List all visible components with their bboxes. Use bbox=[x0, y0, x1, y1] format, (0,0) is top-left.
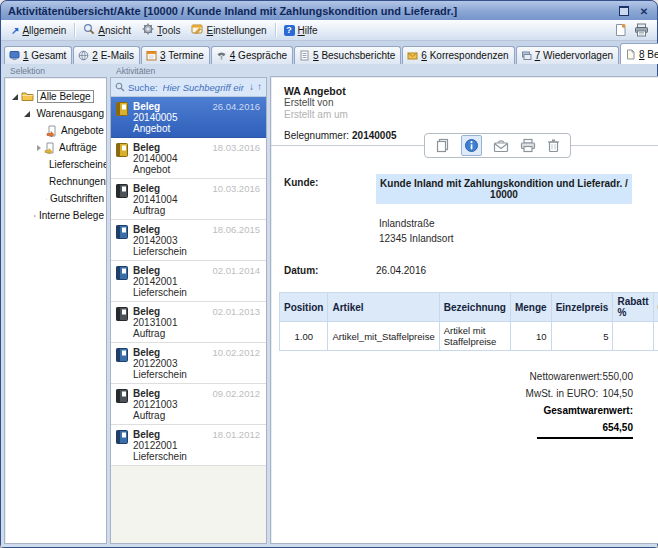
kunde-address: Inlandstraße 12345 Inlandsort bbox=[379, 216, 658, 246]
col-rabatt: Rabatt % bbox=[613, 293, 653, 322]
delete-button[interactable] bbox=[547, 138, 560, 153]
restore-button[interactable] bbox=[617, 5, 631, 17]
binder-dark-icon bbox=[116, 184, 128, 198]
phone-icon bbox=[216, 50, 227, 61]
menu-hilfe-label: Hilfe bbox=[298, 25, 318, 36]
menu-ansicht-label: Ansicht bbox=[98, 25, 131, 36]
window-title: Aktivitätenübersicht/Akte [10000 / Kunde… bbox=[8, 5, 617, 17]
list-item-beleg-20140005[interactable]: Beleg20140005Angebot 26.04.2016 bbox=[111, 97, 266, 138]
tree-item-lieferscheine[interactable]: Lieferscheine bbox=[7, 156, 104, 173]
info-icon bbox=[464, 138, 479, 153]
close-button[interactable]: ✕ bbox=[637, 5, 651, 17]
menu-tools[interactable]: Tools bbox=[137, 22, 185, 38]
expander-open-icon[interactable] bbox=[12, 94, 18, 100]
tab-bar: 1 Gesamt 2 E-Mails 3 Termine 4 Gespräche… bbox=[1, 41, 657, 64]
help-icon: ? bbox=[284, 25, 295, 36]
tree-item-rechnungen[interactable]: Rechnungen bbox=[7, 173, 104, 190]
folder-open-icon bbox=[21, 91, 34, 102]
beleg-number-label: Belegnummer: bbox=[284, 130, 349, 141]
binder-blue-icon bbox=[116, 225, 128, 239]
beleg-list: Beleg20140005Angebot 26.04.2016 Beleg201… bbox=[111, 97, 266, 466]
list-item-beleg-20122001[interactable]: Beleg20122001Lieferschein 18.01.2012 bbox=[111, 425, 266, 466]
tree-item-alle-belege[interactable]: Alle Belege bbox=[7, 88, 104, 105]
list-item-beleg-20140004[interactable]: Beleg20140004Angebot 18.03.2016 bbox=[111, 138, 266, 179]
aktivitaeten-caption: Aktivitäten bbox=[110, 66, 267, 77]
list-item-beleg-20131001[interactable]: Beleg20131001Auftrag 02.01.2013 bbox=[111, 302, 266, 343]
list-item-beleg-20142001[interactable]: Beleg20142001Lieferschein 02.01.2014 bbox=[111, 261, 266, 302]
tab-termine[interactable]: 3 Termine bbox=[141, 46, 210, 64]
auftraege-doc-icon bbox=[44, 142, 56, 154]
binder-gold-icon bbox=[116, 143, 128, 157]
list-item-beleg-20141004[interactable]: Beleg20141004Auftrag 10.03.2016 bbox=[111, 179, 266, 220]
selektion-panel: Selektion Alle Belege Warenausgang bbox=[4, 66, 107, 544]
app-window: Aktivitätenübersicht/Akte [10000 / Kunde… bbox=[0, 0, 658, 548]
tab-besuchsberichte[interactable]: 5 Besuchsberichte bbox=[294, 46, 401, 64]
expander-closed-icon[interactable] bbox=[37, 145, 41, 151]
report-icon bbox=[299, 50, 310, 61]
positions-table: Position Artikel Bezeichnung Menge Einze… bbox=[279, 292, 658, 351]
magnifier-icon bbox=[83, 23, 95, 37]
tree-item-gutschriften[interactable]: Gutschriften bbox=[7, 190, 104, 207]
binder-blue-icon bbox=[116, 430, 128, 444]
monitor-icon bbox=[9, 50, 20, 61]
menu-allgemein[interactable]: ↗ Allgemein bbox=[6, 24, 71, 37]
list-item-beleg-20122003[interactable]: Beleg20122003Lieferschein 10.02.2012 bbox=[111, 343, 266, 384]
list-item-beleg-20121003[interactable]: Beleg20121003Auftrag 09.02.2012 bbox=[111, 384, 266, 425]
menu-ansicht[interactable]: Ansicht bbox=[78, 22, 136, 38]
print-document-button[interactable] bbox=[520, 138, 536, 153]
arrow-up-right-icon: ↗ bbox=[11, 25, 19, 36]
search-icon bbox=[115, 82, 125, 92]
gear-icon bbox=[142, 23, 154, 37]
email-button[interactable] bbox=[493, 139, 509, 153]
expander-open-icon[interactable] bbox=[24, 111, 30, 117]
created-at: Erstellt am um bbox=[284, 109, 658, 121]
beleg-number-value: 20140005 bbox=[352, 130, 397, 141]
tree-item-angebote[interactable]: Angebote bbox=[7, 122, 104, 139]
list-item-beleg-20142003[interactable]: Beleg20142003Lieferschein 18.06.2015 bbox=[111, 220, 266, 261]
new-document-button[interactable] bbox=[611, 23, 630, 37]
warenausgang-icon bbox=[33, 108, 34, 119]
search-prev-button[interactable]: ↑ bbox=[257, 82, 262, 92]
tab-korrespondenzen[interactable]: 6 Korrespondenzen bbox=[402, 46, 514, 64]
table-row[interactable]: 1.00 Artikel_mit_Staffelpreise Artikel m… bbox=[280, 322, 658, 351]
binder-dark-icon bbox=[116, 389, 128, 403]
copy-document-button[interactable] bbox=[435, 138, 450, 153]
totals-block: Nettowarenwert:550,00 MwSt. in EURO:104,… bbox=[271, 371, 633, 439]
col-artikel: Artikel bbox=[328, 293, 439, 322]
col-gesamtpreis: Gesamtpreis bbox=[653, 293, 658, 322]
datum-label: Datum: bbox=[284, 262, 376, 276]
binder-gold-icon bbox=[116, 102, 128, 116]
netto-value: 550,00 bbox=[602, 371, 633, 382]
title-bar[interactable]: Aktivitätenübersicht/Akte [10000 / Kunde… bbox=[1, 1, 657, 20]
search-input[interactable] bbox=[161, 81, 246, 94]
address-city: 12345 Inlandsort bbox=[379, 231, 658, 246]
email-icon bbox=[493, 139, 509, 153]
info-button[interactable] bbox=[461, 135, 482, 156]
cards-icon bbox=[521, 50, 532, 61]
gesamt-value: 654,50 bbox=[271, 422, 633, 433]
tab-belege[interactable]: 8 Belege bbox=[620, 43, 658, 64]
tab-emails[interactable]: 2 E-Mails bbox=[73, 46, 140, 64]
tree-item-warenausgang[interactable]: Warenausgang bbox=[7, 105, 104, 122]
tab-gesamt[interactable]: 1 Gesamt bbox=[4, 46, 72, 64]
menu-einstellungen[interactable]: Einstellungen bbox=[186, 22, 271, 38]
tab-gespraeche[interactable]: 4 Gespräche bbox=[211, 46, 293, 64]
menu-hilfe[interactable]: ? Hilfe bbox=[279, 24, 323, 37]
col-menge: Menge bbox=[510, 293, 551, 322]
search-next-button[interactable]: ↓ bbox=[249, 82, 254, 92]
tab-wiedervorlagen[interactable]: 7 Wiedervorlagen bbox=[516, 46, 619, 64]
menu-einstellungen-label: Einstellungen bbox=[206, 25, 266, 36]
kunde-value[interactable]: Kunde Inland mit Zahlungskondition und L… bbox=[376, 174, 632, 204]
col-einzelpreis: Einzelpreis bbox=[551, 293, 613, 322]
restore-icon bbox=[619, 6, 629, 16]
print-button[interactable] bbox=[631, 23, 652, 37]
tree-item-auftraege[interactable]: Aufträge bbox=[7, 139, 104, 156]
menu-allgemein-label: Allgemein bbox=[22, 25, 66, 36]
tree-item-interne-belege[interactable]: Interne Belege bbox=[7, 207, 104, 224]
binder-blue-icon bbox=[116, 348, 128, 362]
settings-window-icon bbox=[191, 23, 203, 37]
close-icon: ✕ bbox=[640, 6, 648, 17]
datum-value: 26.04.2016 bbox=[376, 262, 426, 276]
printer-icon bbox=[520, 138, 536, 153]
angebote-doc-icon bbox=[46, 125, 58, 137]
